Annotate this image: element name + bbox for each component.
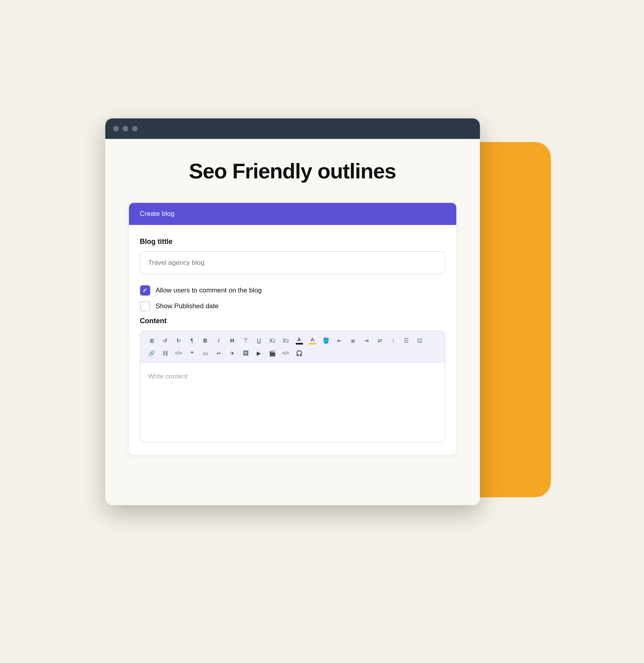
line-break-icon[interactable]: ↵: [213, 348, 225, 359]
special-char-icon[interactable]: ✈: [226, 348, 238, 359]
link-icon[interactable]: 🔗: [146, 348, 158, 359]
blog-title-input[interactable]: [140, 251, 445, 274]
paragraph-icon[interactable]: ¶: [186, 335, 198, 346]
checkbox-row-2: Show Published date: [140, 301, 445, 311]
video-icon[interactable]: ▶: [253, 348, 265, 359]
code-inline-icon[interactable]: </>: [173, 348, 185, 359]
toolbar-row-2: 🔗 ⛓ </> ❝ ▭ ↵ ✈ 🖼 ▶ 🎬 </>: [146, 348, 439, 359]
superscript-icon[interactable]: X2: [280, 335, 292, 346]
font-color-black-icon[interactable]: A: [293, 335, 305, 346]
browser-titlebar: [105, 118, 480, 139]
undo-icon[interactable]: ↺: [159, 335, 171, 346]
align-justify-icon[interactable]: ⇄: [374, 335, 386, 346]
redo-icon[interactable]: ↻: [173, 335, 185, 346]
bold-icon[interactable]: B: [200, 335, 211, 346]
list-bullet-icon[interactable]: ⁝: [387, 335, 399, 346]
form-header-label: Create blog: [140, 210, 175, 217]
strikethrough-icon[interactable]: ⊤: [240, 335, 252, 346]
show-published-date-checkbox[interactable]: [140, 301, 150, 311]
checkbox-row-1: Allow users to comment on the blog: [140, 285, 445, 296]
allow-comments-label: Allow users to comment on the blog: [156, 287, 262, 294]
editor-placeholder: Write content: [148, 373, 188, 380]
editor-container: ⊞ ↺ ↻ ¶ B I H ⊤ U X2 X2: [140, 331, 445, 442]
heading-icon[interactable]: H: [226, 335, 238, 346]
page-title: Seo Friendly outlines: [129, 159, 456, 183]
browser-window: Seo Friendly outlines Create blog Blog t…: [105, 118, 480, 505]
table-icon[interactable]: ⊞: [146, 335, 158, 346]
allow-comments-checkbox[interactable]: [140, 285, 150, 296]
unlink-icon[interactable]: ⛓: [159, 348, 171, 359]
subscript-icon[interactable]: X2: [267, 335, 278, 346]
traffic-light-2: [123, 126, 128, 131]
code-block-icon[interactable]: </>: [280, 348, 292, 359]
font-color-yellow-icon[interactable]: A: [307, 335, 319, 346]
blog-title-label: Blog tittle: [140, 238, 445, 246]
italic-icon[interactable]: I: [213, 335, 225, 346]
traffic-light-3: [132, 126, 138, 131]
hr-icon[interactable]: ▭: [200, 348, 211, 359]
form-body: Blog tittle Allow users to comment on th…: [129, 225, 456, 455]
fill-color-icon[interactable]: 🪣: [320, 335, 332, 346]
image-icon[interactable]: 🖼: [240, 348, 252, 359]
underline-icon[interactable]: U: [253, 335, 265, 346]
editor-toolbar: ⊞ ↺ ↻ ¶ B I H ⊤ U X2 X2: [140, 331, 445, 363]
blockquote-icon[interactable]: ❝: [186, 348, 198, 359]
editor-area[interactable]: Write content: [140, 363, 445, 442]
form-card: Create blog Blog tittle Allow users to c…: [129, 203, 456, 455]
audio-icon[interactable]: 🎧: [293, 348, 305, 359]
content-label: Content: [140, 317, 445, 325]
browser-content: Seo Friendly outlines Create blog Blog t…: [105, 139, 480, 505]
form-header: Create blog: [129, 203, 456, 225]
media-icon[interactable]: 🎬: [267, 348, 278, 359]
checklist-icon[interactable]: ☑: [414, 335, 426, 346]
toolbar-row-1: ⊞ ↺ ↻ ¶ B I H ⊤ U X2 X2: [146, 335, 439, 346]
align-right-icon[interactable]: ⇥: [360, 335, 372, 346]
align-center-icon[interactable]: ≣: [347, 335, 359, 346]
align-left-icon[interactable]: ⇤: [334, 335, 345, 346]
traffic-light-1: [113, 126, 119, 131]
list-numbered-icon[interactable]: ☶: [401, 335, 413, 346]
show-published-date-label: Show Published date: [156, 302, 219, 310]
